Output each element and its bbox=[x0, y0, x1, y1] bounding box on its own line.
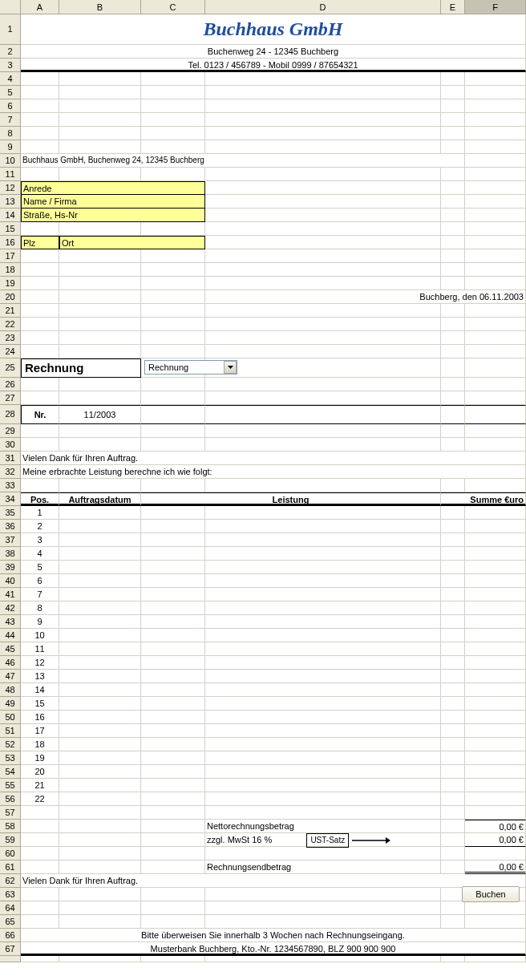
summe-cell[interactable] bbox=[465, 629, 526, 642]
cell[interactable] bbox=[441, 751, 465, 765]
cell[interactable] bbox=[59, 479, 141, 492]
cell[interactable] bbox=[141, 391, 205, 405]
cell[interactable] bbox=[205, 277, 441, 290]
row-header[interactable]: 36 bbox=[0, 520, 21, 533]
row-header[interactable]: 11 bbox=[0, 168, 21, 181]
cell[interactable] bbox=[59, 438, 141, 452]
cell[interactable] bbox=[21, 915, 59, 929]
datum-cell[interactable] bbox=[59, 574, 141, 588]
cell[interactable] bbox=[21, 956, 59, 962]
row-header[interactable]: 32 bbox=[0, 465, 21, 479]
datum-cell[interactable] bbox=[59, 751, 141, 765]
cell[interactable] bbox=[205, 405, 441, 424]
cell[interactable] bbox=[141, 615, 205, 629]
cell[interactable] bbox=[141, 547, 205, 561]
cell[interactable] bbox=[441, 506, 465, 520]
cell[interactable] bbox=[21, 99, 59, 113]
cell[interactable] bbox=[141, 806, 205, 820]
summe-cell[interactable] bbox=[465, 520, 526, 533]
row-header[interactable]: 9 bbox=[0, 140, 21, 154]
cell[interactable] bbox=[21, 820, 59, 833]
cell[interactable] bbox=[441, 331, 465, 345]
pos-cell[interactable]: 2 bbox=[21, 520, 59, 533]
cell[interactable] bbox=[465, 249, 526, 263]
cell[interactable] bbox=[205, 263, 441, 277]
cell[interactable] bbox=[141, 697, 205, 711]
cell[interactable] bbox=[21, 318, 59, 331]
pos-cell[interactable]: 8 bbox=[21, 601, 59, 615]
cell[interactable] bbox=[465, 168, 526, 181]
cell[interactable] bbox=[59, 901, 141, 915]
cell[interactable] bbox=[59, 833, 141, 847]
leistung-cell[interactable] bbox=[205, 697, 441, 711]
leistung-cell[interactable] bbox=[205, 615, 441, 629]
cell[interactable] bbox=[441, 263, 465, 277]
cell[interactable] bbox=[441, 833, 465, 847]
cell[interactable] bbox=[465, 479, 526, 492]
cell[interactable] bbox=[21, 72, 59, 86]
row-header[interactable]: 38 bbox=[0, 547, 21, 561]
cell[interactable] bbox=[441, 561, 465, 574]
cell[interactable] bbox=[465, 236, 526, 249]
row-header[interactable]: 41 bbox=[0, 588, 21, 601]
summe-cell[interactable] bbox=[465, 588, 526, 601]
cell[interactable] bbox=[141, 833, 205, 847]
summe-cell[interactable] bbox=[465, 547, 526, 561]
recipient-plz[interactable]: Plz bbox=[21, 236, 59, 249]
cell[interactable] bbox=[441, 915, 465, 929]
cell[interactable] bbox=[441, 113, 465, 127]
cell[interactable] bbox=[141, 378, 205, 391]
leistung-cell[interactable] bbox=[205, 670, 441, 683]
cell[interactable] bbox=[441, 779, 465, 792]
cell[interactable] bbox=[21, 479, 59, 492]
cell[interactable] bbox=[141, 424, 205, 438]
row-header[interactable]: 18 bbox=[0, 263, 21, 277]
cell[interactable] bbox=[441, 520, 465, 533]
cell[interactable] bbox=[441, 358, 465, 378]
cell[interactable] bbox=[141, 711, 205, 724]
cell[interactable] bbox=[441, 127, 465, 140]
row-header[interactable]: 33 bbox=[0, 479, 21, 492]
cell[interactable] bbox=[141, 792, 205, 806]
row-header[interactable]: 17 bbox=[0, 249, 21, 263]
cell[interactable] bbox=[441, 956, 465, 962]
leistung-cell[interactable] bbox=[205, 588, 441, 601]
cell[interactable] bbox=[141, 304, 205, 318]
row-header[interactable]: 48 bbox=[0, 683, 21, 697]
cell[interactable] bbox=[441, 345, 465, 358]
cell[interactable] bbox=[205, 479, 441, 492]
cell[interactable] bbox=[21, 249, 59, 263]
cell[interactable] bbox=[59, 72, 141, 86]
cell[interactable] bbox=[59, 391, 141, 405]
cell[interactable] bbox=[205, 195, 441, 209]
col-header-a[interactable]: A bbox=[21, 0, 59, 14]
cell[interactable] bbox=[59, 263, 141, 277]
cell[interactable] bbox=[21, 331, 59, 345]
cell[interactable] bbox=[59, 888, 141, 901]
cell[interactable] bbox=[465, 209, 526, 222]
cell[interactable] bbox=[141, 956, 205, 962]
row-header[interactable]: 2 bbox=[0, 45, 21, 59]
cell[interactable] bbox=[441, 99, 465, 113]
cell[interactable] bbox=[441, 168, 465, 181]
col-header-e[interactable]: E bbox=[441, 0, 465, 14]
cell[interactable] bbox=[141, 405, 205, 424]
cell[interactable] bbox=[441, 683, 465, 697]
cell[interactable] bbox=[21, 345, 59, 358]
cell[interactable] bbox=[141, 888, 205, 901]
row-header[interactable] bbox=[0, 956, 21, 962]
cell[interactable] bbox=[205, 249, 441, 263]
pos-cell[interactable]: 13 bbox=[21, 670, 59, 683]
cell[interactable] bbox=[465, 901, 526, 915]
cell[interactable] bbox=[465, 277, 526, 290]
cell[interactable] bbox=[141, 345, 205, 358]
cell[interactable] bbox=[441, 847, 465, 861]
row-header[interactable]: 23 bbox=[0, 331, 21, 345]
recipient-ort[interactable]: Ort bbox=[59, 236, 205, 249]
pos-cell[interactable]: 4 bbox=[21, 547, 59, 561]
cell[interactable] bbox=[205, 358, 441, 378]
cell[interactable] bbox=[59, 99, 141, 113]
pos-cell[interactable]: 11 bbox=[21, 642, 59, 656]
cell[interactable] bbox=[59, 847, 141, 861]
cell[interactable] bbox=[441, 209, 465, 222]
